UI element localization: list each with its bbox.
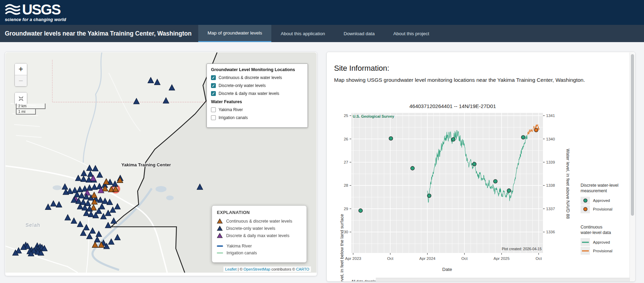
svg-text:28: 28 — [344, 183, 348, 187]
site-marker[interactable] — [114, 234, 120, 240]
provisional-line-icon — [582, 250, 589, 252]
site-marker[interactable] — [83, 224, 89, 230]
site-marker[interactable] — [45, 204, 51, 209]
scrollbar-thumb[interactable] — [631, 54, 634, 216]
layer-toggle-irrigation-canals[interactable]: Irrigation canals — [211, 115, 303, 120]
site-marker[interactable] — [71, 218, 77, 223]
vertical-scrollbar[interactable] — [630, 52, 635, 281]
site-marker[interactable] — [77, 186, 83, 192]
site-marker[interactable] — [107, 199, 113, 205]
layer-toggle-discrete-only-water-levels[interactable]: ✓Discrete-only water levels — [211, 83, 303, 88]
site-marker[interactable] — [85, 200, 91, 206]
site-marker[interactable] — [88, 211, 94, 217]
site-info-heading: Site Information: — [334, 64, 635, 73]
site-marker[interactable] — [163, 98, 169, 103]
layers-panel: Groundwater Level Monitoring Locations ✓… — [207, 64, 308, 128]
checkbox-checked-icon[interactable]: ✓ — [211, 91, 216, 96]
site-marker[interactable] — [50, 201, 56, 206]
carto-link[interactable]: CARTO — [296, 267, 309, 271]
checkbox-checked-icon[interactable]: ✓ — [211, 83, 216, 88]
svg-text:Apr 2023: Apr 2023 — [345, 256, 361, 261]
tab-about-this-project[interactable]: About this project — [384, 25, 439, 42]
osm-link[interactable]: OpenStreetMap — [243, 267, 270, 271]
usgs-tagline: science for a changing world — [5, 17, 66, 22]
site-marker[interactable] — [111, 218, 117, 223]
site-marker[interactable] — [80, 230, 86, 235]
discrete-approved-point — [493, 179, 497, 183]
site-marker[interactable] — [154, 79, 160, 85]
site-marker[interactable] — [110, 207, 116, 212]
site-marker[interactable] — [112, 181, 118, 186]
explanation-label: Discrete-only water levels — [226, 226, 275, 231]
checkbox-unchecked-icon[interactable] — [211, 107, 216, 112]
legend-item-continuous-provisional: Provisional — [581, 247, 632, 255]
layer-toggle-yakima-river[interactable]: Yakima River — [211, 107, 303, 112]
site-marker[interactable] — [91, 184, 97, 189]
site-marker[interactable] — [65, 215, 71, 220]
fit-bounds-icon — [18, 96, 24, 101]
zoom-in-button[interactable]: + — [15, 64, 27, 75]
svg-text:Plot created: 2026-04-15: Plot created: 2026-04-15 — [502, 247, 542, 251]
leaflet-link[interactable]: Leaflet — [225, 267, 237, 271]
site-marker[interactable] — [77, 221, 83, 227]
chart-title: 464037120264401 -- 14N/19E-27D01 — [348, 103, 558, 109]
explanation-item-continuous-discrete-water-levels: Continuous & discrete water levels — [217, 218, 302, 224]
site-marker[interactable] — [105, 222, 111, 228]
site-marker[interactable] — [133, 98, 139, 104]
site-marker[interactable] — [98, 197, 103, 203]
discrete-approved-point — [521, 135, 525, 139]
site-marker[interactable] — [101, 213, 107, 219]
zoom-out-button[interactable]: − — [15, 75, 27, 86]
legend-label: Provisional — [593, 249, 612, 253]
site-marker[interactable] — [197, 184, 203, 189]
layers-panel-title: Groundwater Level Monitoring Locations — [211, 67, 303, 72]
site-info-description: Map showing USGS groundwater level monit… — [334, 77, 635, 83]
site-marker[interactable] — [90, 228, 95, 233]
site-marker[interactable] — [108, 239, 114, 244]
explanation-item-irrigation-canals: Irrigation canals — [217, 251, 302, 255]
site-marker[interactable] — [103, 179, 109, 184]
site-marker[interactable] — [114, 204, 120, 209]
tab-download-data[interactable]: Download data — [334, 25, 384, 42]
checkbox-unchecked-icon[interactable] — [211, 115, 216, 120]
checkbox-checked-icon[interactable]: ✓ — [211, 75, 216, 80]
layer-toggle-discrete-daily-max-water-levels[interactable]: ✓Discrete & daily max water levels — [211, 91, 303, 96]
site-marker[interactable] — [92, 165, 98, 171]
layer-label: Discrete & daily max water levels — [219, 91, 279, 96]
site-marker[interactable] — [79, 193, 85, 198]
site-marker[interactable] — [81, 176, 87, 182]
approved-line-icon — [582, 241, 589, 243]
site-marker[interactable] — [94, 236, 100, 242]
site-marker[interactable] — [87, 233, 92, 239]
tab-map-of-groundwater-levels[interactable]: Map of groundwater levels — [198, 25, 271, 42]
svg-text:Date: Date — [442, 267, 452, 272]
site-marker[interactable] — [105, 210, 111, 216]
site-marker[interactable] — [80, 199, 86, 205]
svg-text:29: 29 — [344, 207, 348, 211]
fit-bounds-control — [14, 92, 27, 105]
leaflet-map[interactable]: Yakima Training Center Selah + − — [6, 52, 316, 273]
site-marker[interactable] — [88, 171, 93, 176]
site-marker[interactable] — [62, 184, 68, 189]
site-marker[interactable] — [97, 172, 103, 177]
site-marker[interactable] — [169, 85, 175, 90]
site-marker[interactable] — [99, 204, 105, 209]
site-marker[interactable] — [76, 175, 81, 180]
site-marker[interactable] — [96, 231, 102, 236]
site-marker[interactable] — [92, 242, 98, 247]
svg-text:U.S. Geological Survey: U.S. Geological Survey — [353, 114, 394, 118]
discrete-approved-point — [389, 137, 393, 140]
site-marker[interactable] — [81, 170, 87, 176]
site-marker[interactable] — [56, 202, 62, 207]
explanation-item-discrete-only-water-levels: Discrete-only water levels — [217, 226, 302, 231]
legend-discrete-title: Discrete water-levelmeasurement — [581, 183, 632, 194]
site-marker[interactable] — [102, 198, 108, 204]
hydrograph-chart: 464037120264401 -- 14N/19E-27D01 Water l… — [327, 97, 630, 282]
site-marker[interactable] — [148, 77, 154, 83]
tab-about-this-application[interactable]: About this application — [271, 25, 334, 42]
legend-label: Approved — [593, 240, 610, 244]
fit-bounds-button[interactable] — [15, 92, 27, 105]
site-marker[interactable] — [87, 165, 92, 170]
site-marker[interactable] — [91, 192, 97, 198]
layer-toggle-continuous-discrete-water-levels[interactable]: ✓Continuous & discrete water levels — [211, 75, 303, 80]
